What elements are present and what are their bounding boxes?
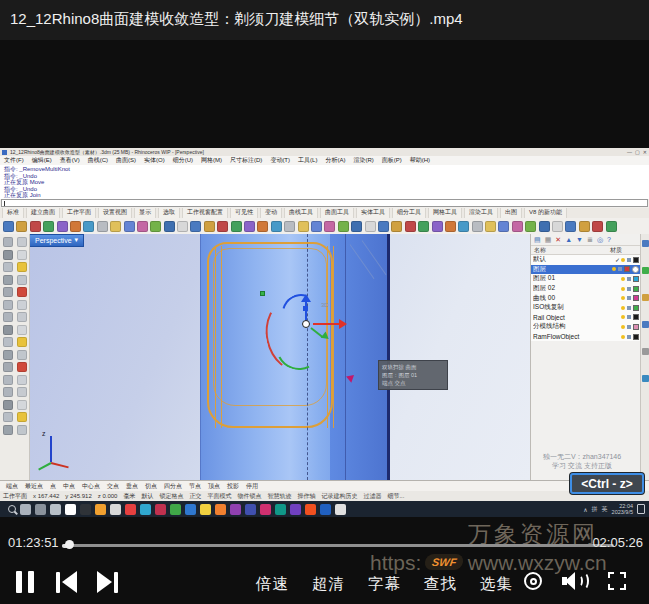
- side-tool-icon[interactable]: [17, 237, 27, 247]
- osnap-toggle[interactable]: 切点: [145, 482, 157, 491]
- layer-lock-icon[interactable]: [618, 267, 622, 271]
- side-tool-icon[interactable]: [17, 262, 27, 272]
- rhino-titlebar[interactable]: 12_12Rhino8曲面建模收敛造型（素材）.3dm (25 MB) - Rh…: [0, 148, 649, 156]
- toolbar-icon[interactable]: [257, 221, 268, 232]
- side-tool-icon[interactable]: [17, 312, 27, 322]
- menu-item[interactable]: 曲面(S): [116, 156, 136, 165]
- toolbar-icon[interactable]: [3, 221, 14, 232]
- taskbar-app-icon[interactable]: [65, 504, 76, 515]
- menu-item[interactable]: 尺寸标注(D): [230, 156, 262, 165]
- layer-visibility-icon[interactable]: [621, 325, 625, 329]
- layer-row[interactable]: RamFlowObject: [531, 332, 641, 342]
- toolbar-icon[interactable]: [231, 221, 242, 232]
- taskbar-app-icon[interactable]: [260, 504, 271, 515]
- command-input[interactable]: [1, 199, 648, 207]
- osnap-toggle[interactable]: 交点: [107, 482, 119, 491]
- layers-toolbar-icon[interactable]: ▲: [565, 236, 572, 243]
- tray-clock[interactable]: 22:04 2023/9/5: [612, 503, 633, 515]
- layer-color-swatch[interactable]: [633, 324, 639, 330]
- layer-row[interactable]: 图层: [531, 265, 641, 275]
- side-tool-icon[interactable]: [3, 312, 13, 322]
- layer-color-swatch[interactable]: [633, 334, 639, 340]
- layers-toolbar-icon[interactable]: ≣: [587, 236, 593, 243]
- layer-row[interactable]: ISO线复制: [531, 303, 641, 313]
- side-tool-icon[interactable]: [17, 337, 27, 347]
- toolbar-icon[interactable]: [83, 221, 94, 232]
- player-button-search[interactable]: 查找: [424, 574, 457, 595]
- minimize-icon[interactable]: —: [627, 149, 632, 155]
- ime-indicator[interactable]: 拼: [592, 505, 598, 514]
- toolbar-tab[interactable]: 出图: [500, 208, 522, 218]
- layer-visibility-icon[interactable]: [621, 258, 625, 262]
- toolbar-icon[interactable]: [311, 221, 322, 232]
- toolbar-icon[interactable]: [324, 221, 335, 232]
- menu-item[interactable]: 变动(T): [270, 156, 290, 165]
- player-button-episodes[interactable]: 选集: [480, 574, 513, 595]
- menu-item[interactable]: 渲染(R): [353, 156, 373, 165]
- taskbar-app-icon[interactable]: [305, 504, 316, 515]
- toolbar-icon[interactable]: [30, 221, 41, 232]
- pause-button[interactable]: [16, 571, 34, 593]
- toolbar-icon[interactable]: [405, 221, 416, 232]
- fullscreen-icon[interactable]: [608, 572, 626, 590]
- toolbar-tab[interactable]: 曲面工具: [320, 208, 354, 218]
- menu-item[interactable]: 面板(P): [382, 156, 402, 165]
- layers-toolbar-icon[interactable]: ▼: [576, 236, 583, 243]
- menu-item[interactable]: 分析(A): [325, 156, 345, 165]
- cplane-button[interactable]: 工作平面: [3, 492, 27, 501]
- status-toggle[interactable]: 正交: [189, 492, 201, 501]
- toolbar-tab[interactable]: V8 的新功能: [524, 208, 567, 218]
- status-toggle[interactable]: 平面模式: [207, 492, 231, 501]
- taskbar-app-icon[interactable]: [245, 504, 256, 515]
- toolbar-icon[interactable]: [70, 221, 81, 232]
- toolbar-tab[interactable]: 标准: [2, 208, 24, 218]
- toolbar-icon[interactable]: [16, 221, 27, 232]
- menu-item[interactable]: 工具(L): [298, 156, 317, 165]
- side-tool-icon[interactable]: [3, 300, 13, 310]
- previous-button[interactable]: [56, 571, 77, 593]
- taskbar-app-icon[interactable]: [125, 504, 136, 515]
- progress-handle[interactable]: [65, 540, 74, 549]
- layer-visibility-icon[interactable]: [621, 296, 625, 300]
- osnap-toggle[interactable]: 中点: [63, 482, 75, 491]
- layer-lock-icon[interactable]: [627, 258, 631, 262]
- progress-bar[interactable]: [62, 544, 614, 547]
- taskbar-app-icon[interactable]: [95, 504, 106, 515]
- side-tool-icon[interactable]: [17, 425, 27, 435]
- toolbar-icon[interactable]: [432, 221, 443, 232]
- toolbar-tab[interactable]: 渲染工具: [464, 208, 498, 218]
- osnap-toggle[interactable]: 停用: [246, 482, 258, 491]
- toolbar-icon[interactable]: [244, 221, 255, 232]
- toolbar-icon[interactable]: [445, 221, 456, 232]
- toolbar-icon[interactable]: [525, 221, 536, 232]
- toolbar-icon[interactable]: [498, 221, 509, 232]
- layer-lock-icon[interactable]: [627, 335, 631, 339]
- toolbar-icon[interactable]: [137, 221, 148, 232]
- layer-color-swatch[interactable]: [633, 286, 639, 292]
- status-toggle[interactable]: 记录建构历史: [321, 492, 357, 501]
- layer-color-swatch[interactable]: [633, 305, 639, 311]
- status-toggle[interactable]: 锁定格点: [159, 492, 183, 501]
- layers-toolbar-icon[interactable]: ◎: [597, 236, 603, 243]
- side-tool-icon[interactable]: [3, 250, 13, 260]
- menu-item[interactable]: 网格(M): [201, 156, 222, 165]
- menu-item[interactable]: 细分(U): [173, 156, 193, 165]
- toolbar-tab[interactable]: 细分工具: [392, 208, 426, 218]
- side-tool-icon[interactable]: [17, 287, 27, 297]
- active-layer-button[interactable]: 默认: [141, 492, 153, 501]
- layer-visibility-icon[interactable]: [621, 277, 625, 281]
- menu-item[interactable]: 编辑(E): [32, 156, 52, 165]
- toolbar-tab[interactable]: 网格工具: [428, 208, 462, 218]
- toolbar-icon[interactable]: [391, 221, 402, 232]
- osnap-toggle[interactable]: 点: [50, 482, 56, 491]
- toolbar-tab[interactable]: 工作平面: [62, 208, 96, 218]
- close-icon[interactable]: ✕: [643, 149, 647, 155]
- viewport-title-tab[interactable]: Perspective ▾: [30, 234, 84, 247]
- taskbar-app-icon[interactable]: [320, 504, 331, 515]
- layer-row[interactable]: 分模线结构: [531, 322, 641, 332]
- toolbar-icon[interactable]: [592, 221, 603, 232]
- toolbar-icon[interactable]: [378, 221, 389, 232]
- layer-lock-icon[interactable]: [627, 306, 631, 310]
- side-tool-icon[interactable]: [17, 325, 27, 335]
- toolbar-icon[interactable]: [57, 221, 68, 232]
